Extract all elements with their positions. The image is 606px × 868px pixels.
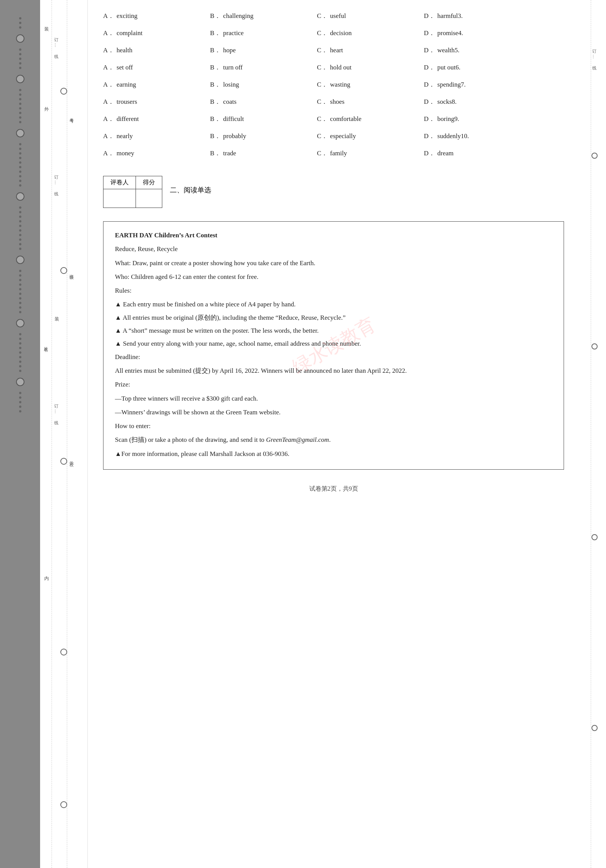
option-c: C． family — [317, 149, 424, 158]
binding-dots — [19, 333, 21, 372]
binding-dot — [19, 116, 21, 119]
answer-row: A． complaint B． practice C． decision D． … — [103, 29, 564, 37]
binding-dot — [19, 53, 21, 55]
binding-dot — [19, 17, 21, 19]
reading-what: What: Draw, paint or create a poster sho… — [115, 257, 552, 269]
option-c: C． comfortable — [317, 114, 424, 123]
binding-dots — [19, 270, 21, 313]
binding-dot — [19, 361, 21, 363]
binding-dot — [19, 26, 21, 29]
label-zhuang: 装 — [43, 23, 50, 24]
answer-row: A． nearly B． probably C． especially D． s… — [103, 132, 564, 140]
dashed-line-left — [52, 0, 52, 868]
scorer-table: 评卷人 得分 — [103, 176, 162, 208]
option-d: D． dream — [424, 149, 531, 158]
right-margin-circle — [591, 343, 598, 349]
binding-dots-top — [19, 17, 21, 29]
binding-dot — [19, 279, 21, 281]
option-a: A． money — [103, 149, 210, 158]
binding-dot — [19, 22, 21, 24]
binding-dot — [19, 234, 21, 236]
page: 装 订 …… 线 外 考号： 订 …… 线 班级： 装 姓名： 订 …… 线 学… — [0, 0, 606, 868]
scorer-section: 评卷人 得分 二、阅读单选 — [103, 168, 564, 212]
binding-dot — [19, 48, 21, 51]
reading-who: Who: Children aged 6-12 can enter the co… — [115, 271, 552, 283]
label-nei: 内 — [43, 572, 50, 574]
option-b: B． coats — [210, 97, 317, 106]
scorer-cell2 — [136, 189, 162, 208]
reading-rule-0: ▲ Each entry must be finished on a white… — [115, 298, 552, 311]
binding-dot — [19, 206, 21, 209]
binding-dot — [19, 152, 21, 155]
label-dingxian2: 订 …… 线 — [53, 172, 59, 189]
option-c: C． useful — [317, 11, 424, 20]
binding-dots — [19, 206, 21, 250]
binding-circle — [16, 256, 24, 264]
reading-deadline-text: All entries must be submitted (提交) by Ap… — [115, 365, 552, 377]
right-margin: 订 …… 线 — [583, 0, 606, 868]
binding-dot — [19, 148, 21, 150]
answer-row: A． different B． difficult C． comfortable… — [103, 114, 564, 123]
binding-dot — [19, 351, 21, 354]
dashed-line-left2 — [67, 0, 67, 868]
option-c: C． especially — [317, 132, 424, 140]
binding-dot — [19, 98, 21, 100]
binding-circle — [16, 192, 24, 201]
binding-dot — [19, 302, 21, 304]
binding-dots — [19, 392, 21, 412]
answer-row: A． money B． trade C． family D． dream — [103, 149, 564, 158]
binding-dot — [19, 365, 21, 367]
scorer-cell1 — [103, 189, 136, 208]
option-d: D． promise4. — [424, 29, 531, 37]
answer-row: A． exciting B． challenging C． useful D． … — [103, 11, 564, 20]
binding-dot — [19, 58, 21, 60]
margin-circle — [60, 801, 67, 808]
option-d: D． harmful3. — [424, 11, 531, 20]
label-dingxian1: 订 …… 线 — [53, 34, 59, 52]
scorer-col2: 得分 — [136, 176, 162, 189]
binding-dot — [19, 166, 21, 168]
binding-dot — [19, 62, 21, 64]
right-label-dingxian: 订 …… 线 — [591, 46, 597, 63]
reading-how-label: How to enter: — [115, 420, 552, 432]
binding-dot — [19, 238, 21, 241]
option-c: C． decision — [317, 29, 424, 37]
binding-dot — [19, 401, 21, 403]
option-d: D． socks8. — [424, 97, 531, 106]
option-b: B． hope — [210, 46, 317, 55]
binding-dot — [19, 270, 21, 272]
option-b: B． challenging — [210, 11, 317, 20]
binding-dot — [19, 370, 21, 372]
answer-row: A． trousers B． coats C． shoes D． socks8. — [103, 97, 564, 106]
binding-dot — [19, 311, 21, 313]
option-a: A． trousers — [103, 97, 210, 106]
answer-row: A． set off B． turn off C． hold out D． pu… — [103, 63, 564, 72]
option-c: C． hold out — [317, 63, 424, 72]
reading-box: 绿水读教育 EARTH DAY Children’s Art Contest R… — [103, 221, 564, 470]
binding-dot — [19, 288, 21, 290]
label-zhuang2: 装 — [53, 313, 60, 314]
binding-dot — [19, 306, 21, 309]
reading-deadline-label: Deadline: — [115, 351, 552, 363]
binding-circle — [16, 129, 24, 137]
binding-dot — [19, 220, 21, 222]
binding-circle — [16, 34, 24, 43]
label-kaohao: 考号： — [69, 114, 74, 122]
binding-strip — [0, 0, 40, 868]
binding-dot — [19, 243, 21, 245]
option-d: D． put out6. — [424, 63, 531, 72]
binding-dot — [19, 347, 21, 349]
binding-dot — [19, 248, 21, 250]
reading-rule-3: ▲ Send your entry along with your name, … — [115, 338, 552, 350]
page-footer: 试卷第2页，共9页 — [103, 485, 564, 493]
binding-dot — [19, 406, 21, 408]
binding-dot — [19, 184, 21, 187]
binding-dot — [19, 107, 21, 110]
label-wai: 外 — [43, 103, 50, 105]
binding-dot — [19, 175, 21, 177]
option-b: B． turn off — [210, 63, 317, 72]
option-b: B． losing — [210, 80, 317, 89]
binding-dot — [19, 342, 21, 345]
binding-dot — [19, 297, 21, 300]
margin-circle — [60, 267, 67, 274]
